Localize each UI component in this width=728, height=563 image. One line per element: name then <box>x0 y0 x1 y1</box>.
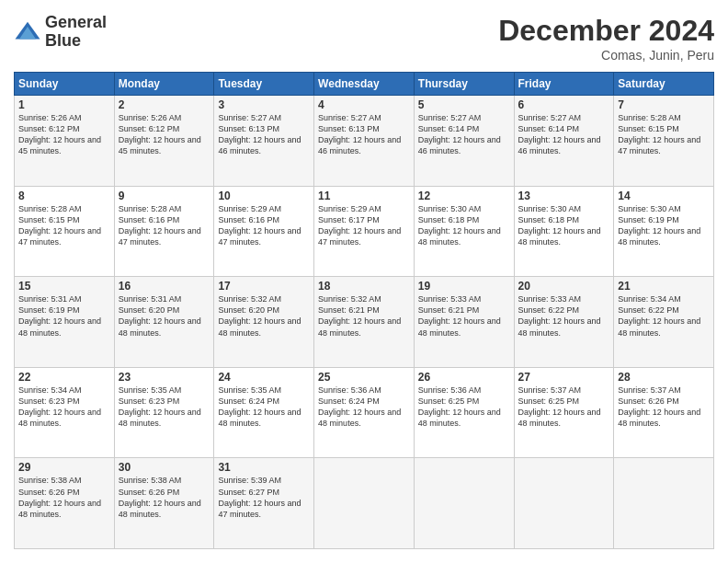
calendar-cell: 14Sunrise: 5:30 AMSunset: 6:19 PMDayligh… <box>614 186 714 277</box>
day-detail: Sunrise: 5:30 AMSunset: 6:18 PMDaylight:… <box>518 203 610 248</box>
calendar-cell: 21Sunrise: 5:34 AMSunset: 6:22 PMDayligh… <box>614 277 714 368</box>
day-detail: Sunrise: 5:31 AMSunset: 6:19 PMDaylight:… <box>18 293 110 339</box>
day-number: 13 <box>518 190 610 202</box>
day-number: 6 <box>518 98 610 111</box>
calendar-table: SundayMondayTuesdayWednesdayThursdayFrid… <box>14 72 714 549</box>
day-detail: Sunrise: 5:34 AMSunset: 6:23 PMDaylight:… <box>18 385 110 430</box>
day-number: 16 <box>119 280 210 293</box>
calendar-cell: 8Sunrise: 5:28 AMSunset: 6:15 PMDaylight… <box>15 186 115 277</box>
day-detail: Sunrise: 5:28 AMSunset: 6:15 PMDaylight:… <box>618 112 710 157</box>
calendar-week-3: 22Sunrise: 5:34 AMSunset: 6:23 PMDayligh… <box>15 367 714 458</box>
calendar-cell: 10Sunrise: 5:29 AMSunset: 6:16 PMDayligh… <box>214 186 314 277</box>
day-detail: Sunrise: 5:27 AMSunset: 6:13 PMDaylight:… <box>218 112 310 157</box>
calendar-cell: 17Sunrise: 5:32 AMSunset: 6:20 PMDayligh… <box>214 277 314 368</box>
calendar-week-0: 1Sunrise: 5:26 AMSunset: 6:12 PMDaylight… <box>15 96 714 187</box>
day-number: 4 <box>318 98 410 111</box>
main-title: December 2024 <box>498 14 714 48</box>
day-detail: Sunrise: 5:37 AMSunset: 6:25 PMDaylight:… <box>518 385 610 430</box>
day-detail: Sunrise: 5:35 AMSunset: 6:24 PMDaylight:… <box>218 385 310 430</box>
day-number: 28 <box>618 371 710 384</box>
day-number: 31 <box>218 461 310 474</box>
page: General Blue December 2024 Comas, Junin,… <box>0 0 728 563</box>
day-number: 17 <box>218 280 310 293</box>
day-detail: Sunrise: 5:31 AMSunset: 6:20 PMDaylight:… <box>119 293 210 339</box>
logo-icon <box>14 18 41 46</box>
day-detail: Sunrise: 5:28 AMSunset: 6:15 PMDaylight:… <box>18 203 110 248</box>
calendar-cell: 25Sunrise: 5:36 AMSunset: 6:24 PMDayligh… <box>314 367 415 458</box>
title-block: December 2024 Comas, Junin, Peru <box>498 14 714 63</box>
calendar-cell: 19Sunrise: 5:33 AMSunset: 6:21 PMDayligh… <box>414 277 514 368</box>
day-detail: Sunrise: 5:38 AMSunset: 6:26 PMDaylight:… <box>119 475 210 520</box>
calendar-cell: 1Sunrise: 5:26 AMSunset: 6:12 PMDaylight… <box>15 96 115 187</box>
day-number: 9 <box>119 190 210 202</box>
day-detail: Sunrise: 5:28 AMSunset: 6:16 PMDaylight:… <box>119 203 210 248</box>
day-number: 12 <box>418 190 510 202</box>
day-detail: Sunrise: 5:36 AMSunset: 6:24 PMDaylight:… <box>318 385 410 430</box>
column-header-thursday: Thursday <box>414 73 514 96</box>
day-detail: Sunrise: 5:27 AMSunset: 6:14 PMDaylight:… <box>518 112 610 157</box>
calendar-cell: 6Sunrise: 5:27 AMSunset: 6:14 PMDaylight… <box>514 96 614 187</box>
day-number: 10 <box>218 190 310 202</box>
day-detail: Sunrise: 5:39 AMSunset: 6:27 PMDaylight:… <box>218 475 310 520</box>
calendar-cell: 4Sunrise: 5:27 AMSunset: 6:13 PMDaylight… <box>314 96 415 187</box>
day-number: 27 <box>518 371 610 384</box>
column-header-sunday: Sunday <box>15 73 115 96</box>
day-detail: Sunrise: 5:37 AMSunset: 6:26 PMDaylight:… <box>618 385 710 430</box>
calendar-cell: 24Sunrise: 5:35 AMSunset: 6:24 PMDayligh… <box>214 367 314 458</box>
calendar-week-2: 15Sunrise: 5:31 AMSunset: 6:19 PMDayligh… <box>15 277 714 368</box>
day-detail: Sunrise: 5:35 AMSunset: 6:23 PMDaylight:… <box>119 385 210 430</box>
day-number: 18 <box>318 280 410 293</box>
day-detail: Sunrise: 5:30 AMSunset: 6:18 PMDaylight:… <box>418 203 510 248</box>
day-number: 5 <box>418 98 510 111</box>
logo-text: General Blue <box>45 14 107 51</box>
calendar-cell: 16Sunrise: 5:31 AMSunset: 6:20 PMDayligh… <box>114 277 214 368</box>
calendar-body: 1Sunrise: 5:26 AMSunset: 6:12 PMDaylight… <box>15 96 714 549</box>
calendar-cell <box>614 458 714 549</box>
calendar-cell: 2Sunrise: 5:26 AMSunset: 6:12 PMDaylight… <box>114 96 214 187</box>
day-number: 25 <box>318 371 410 384</box>
column-header-wednesday: Wednesday <box>314 73 415 96</box>
day-detail: Sunrise: 5:32 AMSunset: 6:20 PMDaylight:… <box>218 293 310 339</box>
day-number: 22 <box>18 371 110 384</box>
day-detail: Sunrise: 5:26 AMSunset: 6:12 PMDaylight:… <box>18 112 110 157</box>
calendar-cell: 11Sunrise: 5:29 AMSunset: 6:17 PMDayligh… <box>314 186 415 277</box>
calendar-cell: 23Sunrise: 5:35 AMSunset: 6:23 PMDayligh… <box>114 367 214 458</box>
column-header-friday: Friday <box>514 73 614 96</box>
subtitle: Comas, Junin, Peru <box>498 48 714 63</box>
calendar-cell: 31Sunrise: 5:39 AMSunset: 6:27 PMDayligh… <box>214 458 314 549</box>
day-number: 1 <box>18 98 110 111</box>
day-detail: Sunrise: 5:27 AMSunset: 6:13 PMDaylight:… <box>318 112 410 157</box>
day-number: 26 <box>418 371 510 384</box>
day-detail: Sunrise: 5:33 AMSunset: 6:22 PMDaylight:… <box>518 293 610 339</box>
calendar-cell: 9Sunrise: 5:28 AMSunset: 6:16 PMDaylight… <box>114 186 214 277</box>
column-header-saturday: Saturday <box>614 73 714 96</box>
day-number: 8 <box>18 190 110 202</box>
calendar-cell <box>514 458 614 549</box>
day-number: 3 <box>218 98 310 111</box>
column-header-tuesday: Tuesday <box>214 73 314 96</box>
calendar-cell: 26Sunrise: 5:36 AMSunset: 6:25 PMDayligh… <box>414 367 514 458</box>
calendar-cell <box>314 458 415 549</box>
calendar-cell: 3Sunrise: 5:27 AMSunset: 6:13 PMDaylight… <box>214 96 314 187</box>
day-number: 24 <box>218 371 310 384</box>
day-detail: Sunrise: 5:34 AMSunset: 6:22 PMDaylight:… <box>618 293 710 339</box>
day-detail: Sunrise: 5:33 AMSunset: 6:21 PMDaylight:… <box>418 293 510 339</box>
day-number: 30 <box>119 461 210 474</box>
day-number: 15 <box>18 280 110 293</box>
day-number: 29 <box>18 461 110 474</box>
header: General Blue December 2024 Comas, Junin,… <box>14 14 714 63</box>
calendar-cell: 13Sunrise: 5:30 AMSunset: 6:18 PMDayligh… <box>514 186 614 277</box>
calendar-cell: 30Sunrise: 5:38 AMSunset: 6:26 PMDayligh… <box>114 458 214 549</box>
calendar-week-1: 8Sunrise: 5:28 AMSunset: 6:15 PMDaylight… <box>15 186 714 277</box>
calendar-cell <box>414 458 514 549</box>
day-number: 7 <box>618 98 710 111</box>
calendar-cell: 27Sunrise: 5:37 AMSunset: 6:25 PMDayligh… <box>514 367 614 458</box>
day-detail: Sunrise: 5:29 AMSunset: 6:17 PMDaylight:… <box>318 203 410 248</box>
day-detail: Sunrise: 5:26 AMSunset: 6:12 PMDaylight:… <box>119 112 210 157</box>
calendar-cell: 15Sunrise: 5:31 AMSunset: 6:19 PMDayligh… <box>15 277 115 368</box>
day-number: 20 <box>518 280 610 293</box>
calendar-cell: 5Sunrise: 5:27 AMSunset: 6:14 PMDaylight… <box>414 96 514 187</box>
logo: General Blue <box>14 14 107 51</box>
calendar-cell: 7Sunrise: 5:28 AMSunset: 6:15 PMDaylight… <box>614 96 714 187</box>
day-number: 21 <box>618 280 710 293</box>
